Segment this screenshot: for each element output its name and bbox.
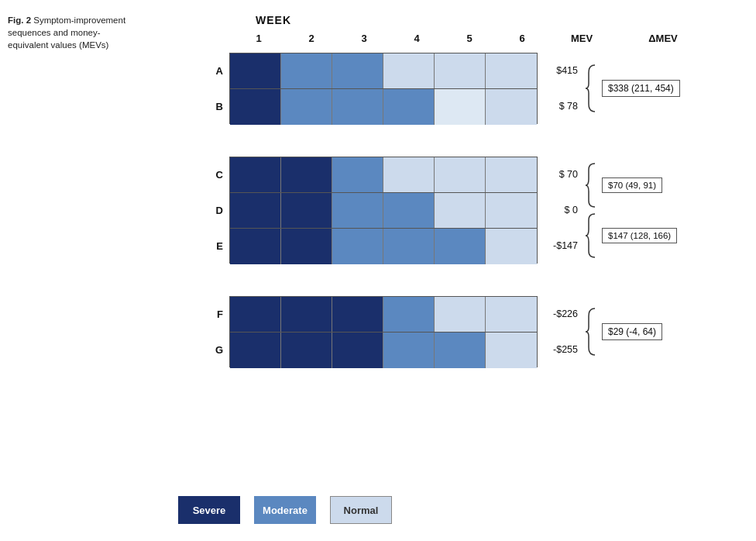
cell-C-1 xyxy=(230,157,281,193)
delta-box-1: $338 (211, 454) xyxy=(602,80,680,97)
brace-CD-row: $70 (49, 91) xyxy=(584,160,677,210)
col-header-5: 5 xyxy=(443,33,496,44)
row-A: A xyxy=(200,53,538,88)
col-header-mev: MEV xyxy=(555,33,609,44)
groups-area: A B xyxy=(200,53,680,384)
letter-D: D xyxy=(200,192,229,228)
group-2: C D xyxy=(200,157,680,264)
cell-C-4 xyxy=(383,157,435,193)
legend: Severe Moderate Normal xyxy=(178,496,406,524)
cell-E-5 xyxy=(435,229,486,264)
cell-E-4 xyxy=(383,229,435,264)
delta-box-CD: $70 (49, 91) xyxy=(602,177,662,193)
cells-F xyxy=(229,296,538,332)
row-C: C xyxy=(200,157,538,192)
letter-C: C xyxy=(200,157,229,192)
group-2-rows: C D xyxy=(200,157,538,264)
mev-G: -$255 xyxy=(538,332,584,367)
delta-box-DE: $147 (128, 166) xyxy=(602,228,677,243)
group-2-brace-area: $70 (49, 91) $147 (128, 166) xyxy=(584,157,677,264)
col-header-3: 3 xyxy=(338,33,390,44)
cell-D-4 xyxy=(383,193,435,229)
letter-F: F xyxy=(200,296,229,332)
fig-title: Fig. 2 xyxy=(8,16,31,25)
letter-B: B xyxy=(200,88,229,124)
brace-DE-row: $147 (128, 166) xyxy=(584,210,677,260)
cell-F-4 xyxy=(383,297,435,333)
cell-B-6 xyxy=(486,89,537,125)
cell-A-3 xyxy=(332,53,383,89)
cell-B-2 xyxy=(281,89,332,125)
row-F: F xyxy=(200,296,538,332)
letter-A: A xyxy=(200,53,229,88)
group-3-brace-area: $29 (-4, 64) xyxy=(584,296,662,367)
cell-E-6 xyxy=(486,229,537,264)
cell-A-2 xyxy=(281,53,332,89)
cell-E-1 xyxy=(230,229,281,264)
group-1: A B xyxy=(200,53,680,124)
legend-moderate-box: Moderate xyxy=(254,496,316,524)
cell-B-4 xyxy=(383,89,435,125)
legend-severe: Severe xyxy=(178,496,254,524)
legend-normal-label: Normal xyxy=(344,505,379,516)
group-1-mev: $415 $ 78 xyxy=(538,53,584,124)
cell-G-6 xyxy=(486,333,537,368)
cell-F-5 xyxy=(435,297,486,333)
letter-G: G xyxy=(200,332,229,367)
cells-G xyxy=(229,332,538,367)
cells-D xyxy=(229,192,538,228)
mev-D: $ 0 xyxy=(538,192,584,228)
legend-severe-label: Severe xyxy=(193,505,226,516)
row-D: D xyxy=(200,192,538,228)
brace-1 xyxy=(584,60,598,116)
row-B: B xyxy=(200,88,538,124)
legend-moderate: Moderate xyxy=(254,496,330,524)
col-header-1: 1 xyxy=(232,33,285,44)
cell-B-1 xyxy=(230,89,281,125)
cell-B-5 xyxy=(435,89,486,125)
group-2-mev: $ 70 $ 0 -$147 xyxy=(538,157,584,264)
cell-D-1 xyxy=(230,193,281,229)
legend-normal-box: Normal xyxy=(330,496,392,524)
col-header-2: 2 xyxy=(285,33,338,44)
mev-B: $ 78 xyxy=(538,88,584,124)
col-header-6: 6 xyxy=(496,33,548,44)
letter-E: E xyxy=(200,228,229,264)
cell-F-1 xyxy=(230,297,281,333)
group-3-mev: -$226 -$255 xyxy=(538,296,584,367)
mev-C: $ 70 xyxy=(538,157,584,192)
legend-severe-box: Severe xyxy=(178,496,240,524)
cells-E xyxy=(229,228,538,264)
brace-DE xyxy=(584,211,598,260)
brace-CD xyxy=(584,160,598,210)
cell-A-5 xyxy=(435,53,486,89)
mev-F: -$226 xyxy=(538,296,584,332)
cell-F-2 xyxy=(281,297,332,333)
fig-label: Fig. 2 Symptom-improvement sequences and… xyxy=(8,14,128,51)
group-1-brace-area: $338 (211, 454) xyxy=(584,53,680,124)
group-3-rows: F G xyxy=(200,296,538,367)
cell-G-4 xyxy=(383,333,435,368)
cell-G-2 xyxy=(281,333,332,368)
cells-A xyxy=(229,53,538,88)
cell-C-5 xyxy=(435,157,486,193)
cells-C xyxy=(229,157,538,192)
legend-normal: Normal xyxy=(330,496,406,524)
mev-E: -$147 xyxy=(538,228,584,264)
cell-G-5 xyxy=(435,333,486,368)
cell-C-6 xyxy=(486,157,537,193)
cell-D-5 xyxy=(435,193,486,229)
page-container: Fig. 2 Symptom-improvement sequences and… xyxy=(0,0,756,541)
cell-C-2 xyxy=(281,157,332,193)
legend-moderate-label: Moderate xyxy=(263,505,308,516)
cell-G-1 xyxy=(230,333,281,368)
col-headers: 1 2 3 4 5 6 MEV ΔMEV xyxy=(201,33,706,44)
cell-D-3 xyxy=(332,193,383,229)
cell-E-3 xyxy=(332,229,383,264)
group-3: F G xyxy=(200,296,680,367)
cell-B-3 xyxy=(332,89,383,125)
col-header-dmev: ΔMEV xyxy=(620,33,706,44)
cell-A-1 xyxy=(230,53,281,89)
brace-3 xyxy=(584,304,598,360)
cell-A-6 xyxy=(486,53,537,89)
